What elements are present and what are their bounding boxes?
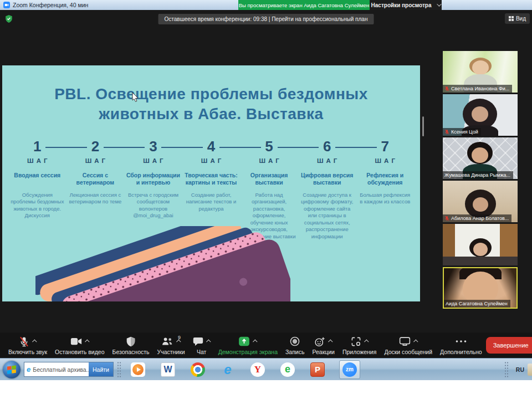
zoom-app-icon [3, 2, 10, 8]
tray-partial-icon [528, 364, 532, 376]
security-shield-icon[interactable] [5, 14, 13, 23]
mic-muted-icon [444, 129, 449, 135]
chat-icon [193, 336, 203, 346]
video-tile[interactable]: Ксения Цой [443, 94, 518, 136]
step-number: 5 [265, 138, 273, 155]
video-tile-active-speaker[interactable]: Аида Сагатовна Сулеймен [443, 267, 518, 309]
end-meeting-button[interactable]: Завершение [486, 337, 532, 354]
step-title: Рефлексия и обсуждения [357, 172, 412, 190]
zoom-toolbar: Включить звук Остановить видео Безопасно… [0, 332, 532, 358]
slide-title: PBL. Освещение проблемы бездомных животн… [19, 84, 403, 124]
step-7: 7 ШАГ Рефлексия и обсуждения Большая реф… [357, 137, 412, 241]
apps-icon [351, 336, 361, 347]
step-title: Сессия с ветеринаром [68, 172, 123, 190]
step-word: ШАГ [68, 157, 123, 164]
chevron-up-icon[interactable] [253, 339, 257, 344]
yandex-browser-icon[interactable]: Y [249, 361, 266, 378]
screen-share-banner: Вы просматриваете экран Аида Сагатовна С… [238, 0, 370, 10]
internet-explorer-icon[interactable]: e [219, 361, 236, 378]
step-title: Цифровая версия выставки [300, 172, 355, 190]
participant-name-tag: Светлана Ивановна Фи... [443, 85, 512, 93]
taskbar-search-box: e Найти [24, 362, 114, 377]
view-settings-label: Настройки просмотра [371, 2, 432, 8]
step-title: Творческая часть: картины и тексты [184, 172, 239, 190]
window-titlebar: Zoom Конференция, 40 мин Вы просматривае… [0, 0, 532, 10]
step-2: 2 ШАГ Сессия с ветеринаром Лекционная се… [68, 137, 123, 241]
reactions-button[interactable]: Реакции [308, 332, 339, 358]
participant-strip: Светлана Ивановна Фи... Ксения Цой Жумаш… [443, 51, 518, 310]
system-tray: RU [501, 361, 532, 378]
mic-muted-icon [444, 259, 449, 264]
meeting-time-notice[interactable]: Оставшееся время конференции: 09:38 | Пе… [158, 14, 374, 24]
windows-taskbar: e Найти W e Y e P zm RU [0, 358, 532, 380]
video-tile[interactable]: Светлана Ивановна Фи... [443, 51, 518, 93]
record-icon [290, 336, 300, 346]
video-tile[interactable]: Сон Елена Георгиевна [443, 224, 518, 265]
step-number: 3 [149, 138, 157, 155]
chat-button[interactable]: Чат [189, 332, 214, 358]
step-description: Большая рефлексия в каждом из классов [357, 192, 412, 206]
step-description: Встреча с городским сообщетсвом волонтер… [126, 192, 181, 219]
apps-button[interactable]: Приложения [339, 332, 380, 358]
word-icon[interactable]: W [160, 361, 176, 378]
language-indicator[interactable]: RU [516, 366, 524, 373]
step-1: 1 ШАГ Вводная сессия Обсуждения проблемы… [10, 137, 65, 241]
view-button[interactable]: Вид [505, 13, 530, 24]
view-settings-button[interactable]: Настройки просмотра [370, 0, 442, 10]
video-tile[interactable]: Жумашева Динара Рымжа... [443, 137, 518, 179]
step-number: 4 [207, 138, 215, 155]
mic-muted-icon [444, 216, 449, 221]
record-button[interactable]: Запись [282, 332, 308, 358]
tray-grip [504, 361, 509, 378]
step-description: Лекционная сессия с ветеринаром по теме [68, 192, 123, 206]
chevron-down-icon [437, 2, 442, 6]
step-3: 3 ШАГ Сбор информации и интервью Встреча… [126, 137, 181, 241]
search-input[interactable] [33, 366, 89, 373]
whiteboards-button[interactable]: Доски сообщений [380, 332, 436, 358]
chevron-up-icon[interactable] [32, 339, 37, 344]
search-find-button[interactable]: Найти [89, 362, 113, 376]
chevron-up-icon[interactable] [328, 339, 332, 344]
mic-muted-icon [19, 336, 29, 347]
step-word: ШАГ [300, 157, 355, 164]
notebook-illustration [35, 226, 290, 301]
screen: Zoom Конференция, 40 мин Вы просматривае… [0, 0, 532, 399]
participant-name-tag: Аида Сагатовна Сулеймен [444, 300, 510, 308]
steps-row: 1 ШАГ Вводная сессия Обсуждения проблемы… [2, 137, 420, 241]
start-button[interactable] [3, 361, 21, 378]
step-title: Сбор информации и интервью [126, 172, 181, 190]
step-number: 6 [323, 138, 331, 155]
step-number: 7 [381, 138, 389, 155]
green-e-browser-icon[interactable]: e [279, 361, 296, 378]
participants-button[interactable]: 9 Участники [154, 332, 189, 358]
chevron-up-icon[interactable] [206, 339, 211, 344]
chevron-up-icon[interactable] [364, 339, 369, 344]
view-button-label: Вид [516, 16, 526, 22]
more-button[interactable]: Дополнительно [436, 332, 486, 358]
chevron-up-icon[interactable] [413, 339, 418, 344]
media-player-icon[interactable] [130, 361, 146, 378]
participant-name-tag: Абилова Анар Болатов... [443, 214, 511, 222]
participants-icon [161, 336, 173, 347]
shield-icon [126, 336, 136, 347]
stop-video-button[interactable]: Остановить видео [51, 332, 108, 358]
share-screen-button[interactable]: Демонстрация экрана [214, 332, 282, 358]
unmute-button[interactable]: Включить звук [4, 332, 51, 358]
step-6: 6 ШАГ Цифровая версия выставки Созадние … [300, 137, 355, 241]
step-4: 4 ШАГ Творческая часть: картины и тексты… [184, 137, 239, 241]
powerpoint-icon[interactable]: P [309, 361, 326, 378]
step-description: Создание работ, написание текстов и реда… [184, 192, 239, 213]
video-tile[interactable]: Абилова Анар Болатов... [443, 181, 518, 222]
zoom-taskbar-button-active[interactable]: zm [339, 360, 360, 379]
participant-name-tag: Сон Елена Георгиевна [443, 258, 507, 265]
step-word: ШАГ [126, 157, 181, 164]
internet-explorer-icon: e [27, 365, 30, 374]
windows-flag-icon [7, 365, 17, 374]
step-description: Созадние доступа к цифровому формату, оф… [300, 192, 355, 241]
camera-icon [70, 336, 82, 346]
security-button[interactable]: Безопасность [109, 332, 154, 358]
window-title: Zoom Конференция, 40 мин [13, 2, 88, 8]
scrollbar-thumb[interactable] [422, 116, 424, 136]
chrome-icon[interactable] [190, 361, 206, 378]
chevron-up-icon[interactable] [85, 339, 89, 344]
